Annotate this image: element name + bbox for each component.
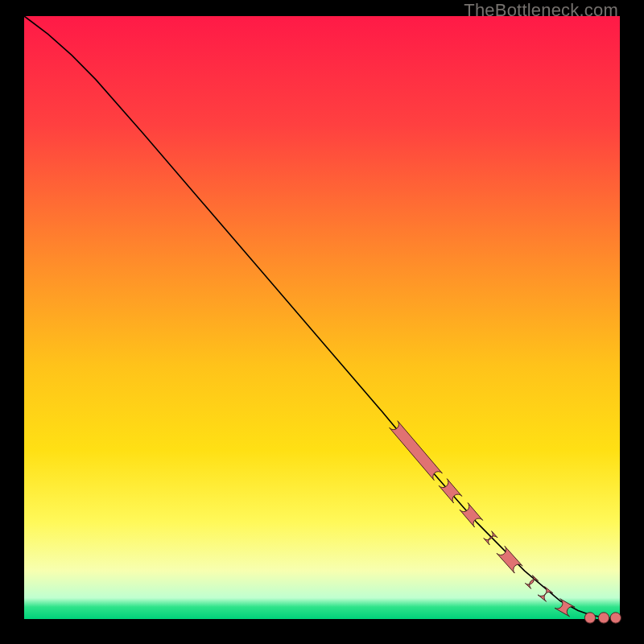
marker-dot <box>584 613 595 623</box>
marker-dot <box>598 613 609 623</box>
marker-segment <box>390 421 443 481</box>
marker-segment <box>497 546 522 573</box>
marker-segment <box>484 531 497 545</box>
bottleneck-curve <box>24 16 620 618</box>
plot-area <box>24 16 620 619</box>
marker-dot <box>610 613 621 623</box>
curve-layer <box>24 16 620 619</box>
chart-frame: TheBottleneck.com <box>0 0 644 644</box>
watermark-text: TheBottleneck.com <box>464 0 618 21</box>
marker-group <box>390 421 621 623</box>
